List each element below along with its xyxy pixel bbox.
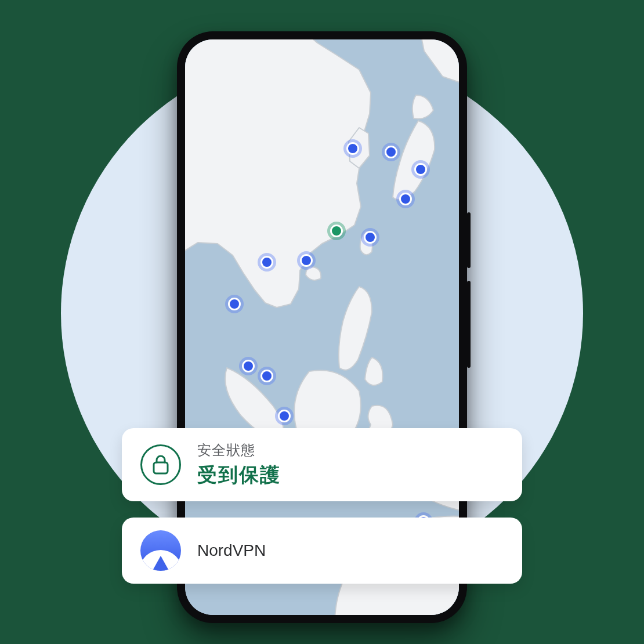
app-card[interactable]: NordVPN <box>122 518 522 584</box>
security-status-card[interactable]: 安全狀態 受到保護 <box>122 428 522 501</box>
status-value: 受到保護 <box>197 462 281 489</box>
nordvpn-icon <box>140 530 181 571</box>
overlay-cards: 安全狀態 受到保護 NordVPN <box>122 428 522 584</box>
svg-rect-4 <box>154 462 168 473</box>
status-label: 安全狀態 <box>197 441 281 460</box>
app-name: NordVPN <box>197 541 266 560</box>
lock-icon <box>140 444 181 485</box>
